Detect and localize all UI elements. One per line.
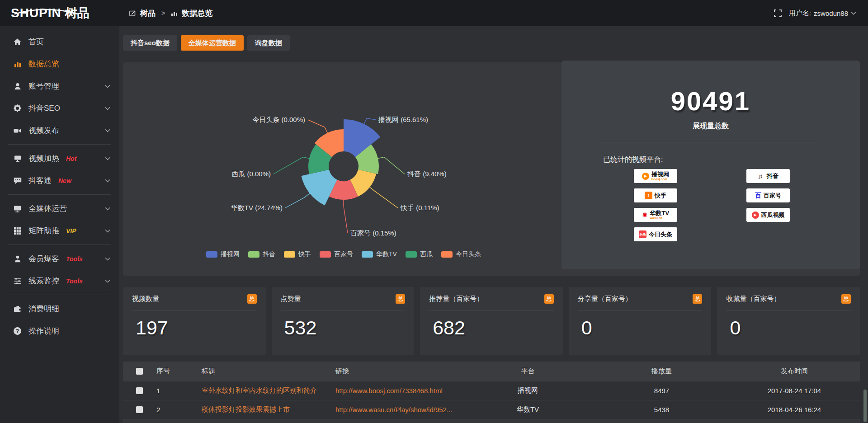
screen-heat-icon [13,155,22,163]
breadcrumb: 树品 > 数据总览 [129,8,212,19]
header-plays: 播放量 [594,367,729,376]
pie-legend: 播视网抖音快手百家号华数TV西瓜今日头条 [123,250,564,258]
total-badge[interactable]: 总 [841,294,851,304]
stat-value: 682 [433,317,554,339]
legend-item-今日头条[interactable]: 今日头条 [441,250,481,258]
summary-panel: 90491 展现量总数 已统计的视频平台: ▶ 播视网 boosj.com 8 … [561,61,860,269]
legend-item-快手[interactable]: 快手 [284,250,311,258]
douyin-note-icon: ♬ [758,172,764,180]
chart-panel: 播视网 (65.61%)抖音 (9.40%)快手 (0.11%)百家号 (0.1… [123,62,860,276]
cell-platform: 播视网 [461,386,594,395]
sidebar-item-clue-monitor[interactable]: 线索监控 Tools [0,270,119,292]
legend-label: 百家号 [334,250,353,258]
sidebar-item-home[interactable]: 首页 [0,31,119,53]
sidebar: 首页 数据总览 账号管理 抖音SEO 视频发布 视频加热 Hot 抖客通 New… [0,26,119,423]
legend-label: 今日头条 [456,250,481,258]
sidebar-item-douyin-seo[interactable]: 抖音SEO [0,97,119,119]
platform-share-pie-chart[interactable]: 播视网 (65.61%)抖音 (9.40%)快手 (0.11%)百家号 (0.1… [123,62,564,261]
platform-badge-toutiao[interactable]: 头条 今日头条 [634,227,677,241]
total-badge[interactable]: 总 [544,294,554,304]
pie-slice-华数TV[interactable] [301,169,337,205]
wallet-icon [13,305,22,313]
chevron-down-icon [105,179,110,183]
sidebar-item-help[interactable]: ? 操作说明 [0,320,119,342]
total-badge[interactable]: 总 [693,294,702,304]
platform-badge-xigua[interactable]: ▶ 西瓜视频 [746,208,790,222]
legend-swatch [406,251,417,258]
platform-badge-boosj[interactable]: ▶ 播视网 boosj.com [634,169,677,183]
fullscreen-icon[interactable] [774,9,782,17]
sidebar-divider [8,144,111,145]
sidebar-item-label: 视频发布 [28,125,59,136]
sidebar-item-omnimedia-ops[interactable]: 全媒体运营 [0,197,119,220]
tab-inquiry-data[interactable]: 询盘数据 [247,35,290,51]
pie-slice-label: 西瓜 (0.00%) [231,170,271,178]
platform-badge-wasu[interactable]: ✺ 华数TV wasu.cn [634,208,677,222]
stat-value: 0 [730,317,851,339]
user-menu[interactable]: 用户名: zswodun88 [789,9,856,18]
hot-badge: Hot [66,155,76,162]
pie-label-line [308,120,328,133]
tab-omnimedia-ops-data[interactable]: 全媒体运营数据 [181,35,244,51]
stat-card-likes: 点赞量总 532 [272,287,415,355]
breadcrumb-current[interactable]: 数据总览 [182,8,212,19]
total-badge[interactable]: 总 [396,294,405,304]
legend-item-百家号[interactable]: 百家号 [320,250,353,258]
pie-label-line [369,187,398,208]
edit-square-icon [129,10,136,17]
cell-title-link[interactable]: 楼体投影灯投影效果震撼上市 [196,405,330,414]
video-camera-icon [13,127,22,135]
total-badge[interactable]: 总 [247,294,257,304]
sidebar-item-label: 视频加热 [28,153,59,164]
row-checkbox[interactable] [136,406,143,413]
table-header-row: 序号 标题 链接 平台 播放量 发布时间 [123,362,860,381]
platform-badge-kuaishou[interactable]: 8 快手 [634,188,677,202]
sidebar-item-video-publish[interactable]: 视频发布 [0,119,119,141]
legend-swatch [320,251,331,258]
chevron-down-icon [105,157,110,160]
select-all-checkbox[interactable] [136,368,143,375]
legend-item-华数TV[interactable]: 华数TV [362,250,397,258]
row-checkbox[interactable] [136,387,143,394]
home-icon [13,38,22,46]
header-publish-time: 发布时间 [729,367,860,376]
platform-badge-baijiahao[interactable]: 百 百家号 [746,188,790,202]
cell-publish-time: 2018-04-26 16:24 [729,406,860,414]
cell-no: 2 [151,406,196,414]
breadcrumb-root[interactable]: 树品 [140,8,156,19]
stat-card-video-count: 视频数量总 197 [123,287,266,355]
sidebar-item-data-overview[interactable]: 数据总览 [0,53,119,75]
cell-plays: 8497 [594,387,729,395]
sidebar-item-account-mgmt[interactable]: 账号管理 [0,75,119,97]
legend-label: 播视网 [221,250,240,258]
legend-item-播视网[interactable]: 播视网 [206,250,240,258]
sidebar-item-douketong[interactable]: 抖客通 New [0,169,119,192]
grid-icon [13,227,22,235]
sidebar-item-matrix-boost[interactable]: 矩阵助推 VIP [0,220,119,242]
stat-card-recommends: 推荐量（百家号）总 682 [420,287,563,355]
cell-url-link[interactable]: http://www.boosj.com/7338468.html [330,387,461,395]
legend-item-抖音[interactable]: 抖音 [248,250,275,258]
person-icon [13,255,22,263]
pie-slice-label: 播视网 (65.61%) [378,116,428,123]
tab-douyin-seo-data[interactable]: 抖音seo数据 [123,35,177,51]
videos-table: 序号 标题 链接 平台 播放量 发布时间 1 室外水纹灯和室内水纹灯的区别和简介… [123,362,860,423]
legend-item-西瓜[interactable]: 西瓜 [406,250,433,258]
cell-url-link[interactable]: http://www.wasu.cn/Play/show/id/952... [330,406,461,414]
sidebar-item-label: 会员爆客 [28,254,59,264]
cell-title-link[interactable]: 室外水纹灯和室内水纹灯的区别和简介 [196,386,330,395]
sidebar-item-spend-details[interactable]: 消费明细 [0,298,119,320]
platform-badge-douyin[interactable]: ♬ 抖音 [746,169,790,183]
vertical-scrollbar-thumb[interactable] [863,390,867,422]
sidebar-item-member-leads[interactable]: 会员爆客 Tools [0,248,119,270]
pie-label-line [274,157,310,174]
breadcrumb-separator: > [161,9,165,17]
cell-no: 1 [151,387,196,395]
stat-cards: 视频数量总 197 点赞量总 532 推荐量（百家号）总 682 分享量（百家号… [123,287,860,355]
cell-plays: 5438 [594,406,729,414]
stat-card-shares: 分享量（百家号）总 0 [569,287,712,355]
baijiahao-icon: 百 [755,192,761,200]
monitor-icon [13,205,22,213]
sidebar-item-video-heating[interactable]: 视频加热 Hot [0,147,119,169]
tools-badge: Tools [66,277,83,285]
